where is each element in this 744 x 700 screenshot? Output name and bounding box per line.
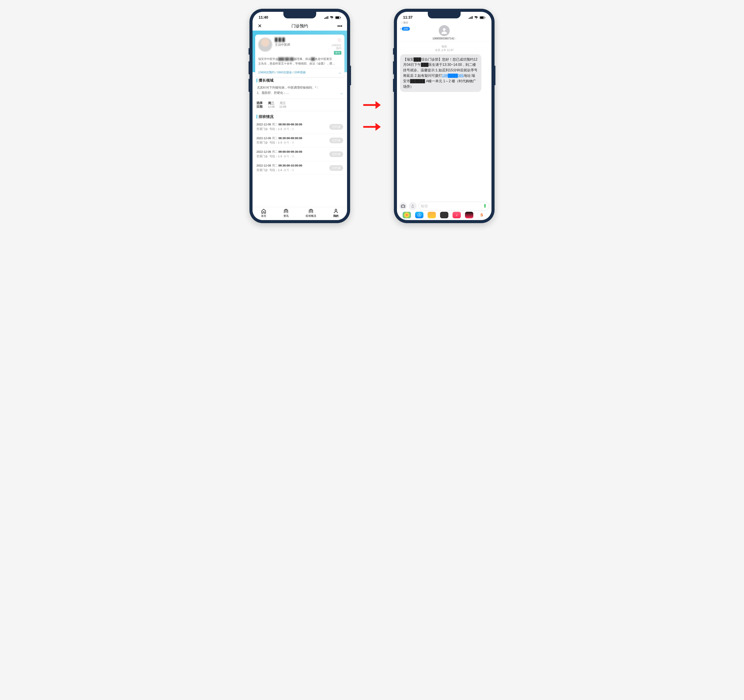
person-icon (441, 27, 448, 34)
arrow-icon (363, 122, 381, 131)
svg-point-7 (335, 209, 337, 211)
unread-badge: 200 (402, 27, 410, 31)
svg-rect-1 (325, 17, 326, 19)
phone-right: 11:37 微信 ‹ 200 106855933607142 短信今天 上午 1… (394, 9, 494, 223)
expertise-title: 擅长领域 (256, 78, 343, 83)
tab-news[interactable]: 资讯 (283, 208, 289, 218)
message-header: ‹ 200 106855933607142 (397, 24, 491, 42)
svg-point-15 (443, 28, 446, 31)
nav-bar: ✕ 门诊预约 ••• (253, 21, 347, 31)
camera-icon (401, 204, 405, 208)
schedule-slot[interactable]: 2022-12-06周二09:30:00-10:00:00普通门诊 号段：1-4… (253, 161, 347, 175)
svg-rect-3 (327, 16, 328, 19)
person-icon (333, 208, 339, 214)
home-icon (261, 208, 266, 214)
chevron-left-icon: ‹ (400, 27, 401, 31)
message-footer: 短信 ⬆ Ⓐ ♪ S (397, 201, 491, 220)
svg-rect-8 (469, 18, 469, 19)
app-drawer: Ⓐ ♪ S (399, 210, 489, 218)
schedule-slot[interactable]: 2022-12-06周二08:30:00-09:00:00普通门诊 号段：1-3… (253, 134, 347, 148)
message-bubble[interactable]: 【瑞安███综合门诊部】您好！您已成功预约12月04日下午███医生请于13:3… (400, 54, 481, 92)
status-icons (469, 16, 485, 19)
status-pill: 已约满 (329, 124, 343, 130)
arrow-icon (363, 101, 381, 109)
phone-link[interactable]: 199████085 (442, 74, 464, 77)
svg-rect-6 (341, 17, 341, 18)
doctor-bio: 瑞安市中医学会███ ██ ██届理事。师从██名老中医黄宗 文先生，悬壶梓里五… (258, 57, 341, 66)
appstore-button[interactable] (409, 202, 417, 210)
signal-icon (469, 16, 473, 19)
svg-rect-5 (336, 16, 339, 19)
svg-rect-14 (485, 17, 485, 18)
sogou-app-icon[interactable]: S (478, 212, 486, 218)
building-icon (283, 208, 289, 214)
doctor-title: 主治中医师 (275, 43, 329, 47)
schedule-title: 排班情况 (256, 114, 343, 119)
building-icon (308, 208, 314, 214)
tab-bar: 首页 资讯 医馆概况 我的 (253, 207, 347, 220)
date-option[interactable]: 周二12-06 (268, 101, 275, 108)
battery-icon (480, 16, 485, 19)
svg-rect-2 (326, 16, 327, 19)
wifi-icon (330, 16, 334, 19)
doctor-stats: 13800次预约 / 2663次接诊 / 20年医龄 (258, 70, 306, 74)
svg-rect-13 (480, 16, 484, 19)
date-label: 选择日期 (256, 101, 263, 109)
svg-rect-0 (324, 18, 325, 19)
svg-rect-10 (471, 16, 472, 19)
more-icon[interactable]: ••• (336, 23, 343, 29)
phone-left: 11:40 ✕ 门诊预约 ••• █ █ █ 主治中医师 (250, 9, 350, 223)
svg-rect-11 (472, 16, 473, 19)
expand-icon[interactable]: ⌄ (338, 70, 341, 75)
tab-profile[interactable]: 我的 (333, 208, 339, 218)
photos-app-icon[interactable] (403, 212, 411, 218)
status-pill: 已约满 (329, 165, 343, 171)
schedule-slot[interactable]: 2022-12-06周二08:00:00-08:30:00普通门诊 号段：1-3… (253, 120, 347, 134)
transition-arrows (363, 101, 381, 131)
status-time: 11:37 (403, 15, 412, 20)
page-title: 门诊预约 (292, 23, 308, 29)
schedule-slot[interactable]: 2022-12-06周二09:00:00-09:30:00普通门诊 号段：1-3… (253, 147, 347, 161)
doctor-name: █ █ █ (275, 38, 329, 42)
breadcrumb[interactable]: 微信 (397, 21, 491, 24)
heart-app-icon[interactable] (465, 212, 473, 218)
signal-icon (324, 16, 329, 19)
input-placeholder: 短信 (421, 204, 428, 208)
back-button[interactable]: ‹ 200 (400, 27, 410, 31)
contact-name[interactable]: 106855933607142 (432, 37, 456, 40)
message-input[interactable]: 短信 ⬆ (418, 202, 489, 210)
music-app-icon[interactable]: ♪ (452, 212, 461, 218)
tab-home[interactable]: 首页 (261, 208, 266, 218)
status-time: 11:40 (259, 15, 268, 20)
camera-button[interactable] (399, 202, 407, 210)
availability-tag: 有号 (334, 51, 341, 55)
memoji-dark-app-icon[interactable] (440, 212, 448, 218)
expand-icon[interactable]: ⌄ (340, 90, 343, 97)
date-option[interactable]: 周五12-09 (280, 101, 286, 108)
status-pill: 已约满 (329, 152, 343, 157)
message-meta: 短信今天 上午 11:37 (400, 45, 488, 52)
favorite-icon[interactable]: ♡ (338, 38, 341, 43)
status-pill: 已约满 (329, 138, 343, 143)
expertise-body: 尤其针对下列慢性病，中医调理经验独到、*： 1、脂肪肝、肝硬化；… ⌄ (256, 83, 343, 98)
contact-avatar[interactable] (439, 25, 450, 36)
svg-rect-9 (470, 17, 470, 19)
appstore-app-icon[interactable]: Ⓐ (415, 212, 423, 218)
memoji-app-icon[interactable] (428, 212, 436, 218)
appointment-count: 13800次预约 (332, 44, 341, 50)
appstore-icon (411, 204, 415, 208)
doctor-card[interactable]: █ █ █ 主治中医师 ♡ 13800次预约 有号 瑞安市中医学会███ ██ … (255, 34, 344, 77)
send-icon[interactable]: ⬆ (483, 203, 487, 209)
date-selector: 选择日期 周二12-06周五12-09 (253, 99, 347, 111)
doctor-avatar (258, 38, 272, 52)
status-icons (324, 16, 341, 19)
wifi-icon (475, 16, 478, 19)
close-icon[interactable]: ✕ (256, 23, 263, 29)
battery-icon (335, 16, 341, 19)
tab-overview[interactable]: 医馆概况 (306, 208, 316, 218)
